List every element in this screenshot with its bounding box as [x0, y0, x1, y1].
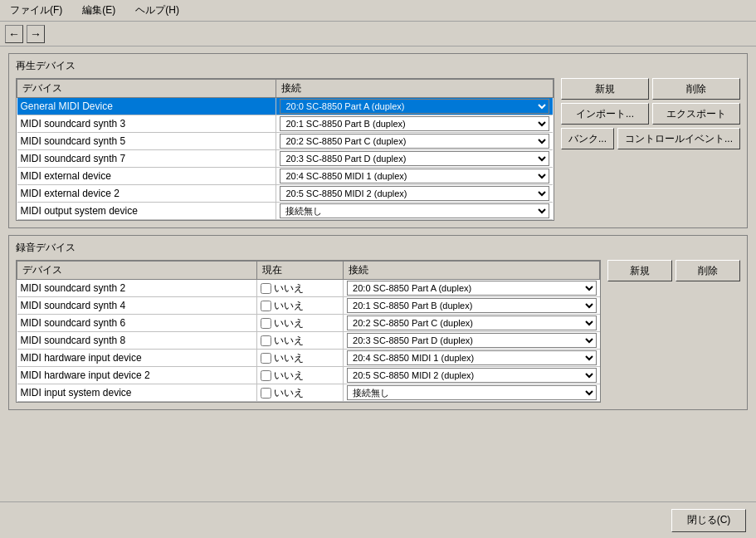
recording-current-checkbox[interactable] [261, 318, 271, 329]
playback-connection-cell[interactable]: 接続無し20:0 SC-8850 Part A (duplex)20:1 SC-… [276, 203, 554, 220]
recording-table-area: デバイス 現在 接続 MIDI soundcard synth 2いいえ接続無し… [16, 260, 740, 403]
playback-bank-button[interactable]: バンク... [561, 128, 614, 149]
recording-col-current: 現在 [257, 262, 344, 280]
playback-table-row[interactable]: General MIDI Device接続無し20:0 SC-8850 Part… [17, 98, 554, 115]
recording-current-checkbox[interactable] [261, 353, 271, 364]
recording-connection-cell[interactable]: 接続無し20:0 SC-8850 Part A (duplex)20:1 SC-… [344, 350, 600, 367]
playback-table-row[interactable]: MIDI external device接続無し20:0 SC-8850 Par… [17, 168, 554, 185]
recording-table-row[interactable]: MIDI hardware input device 2いいえ接続無し20:0 … [17, 367, 600, 384]
back-button[interactable]: ← [5, 25, 23, 43]
main-content: 再生デバイス デバイス 接続 General MIDI Device接続無し20… [0, 46, 756, 417]
recording-current-cell[interactable]: いいえ [257, 297, 344, 315]
recording-current-checkbox[interactable] [261, 301, 271, 311]
recording-table-row[interactable]: MIDI soundcard synth 2いいえ接続無し20:0 SC-885… [17, 280, 600, 297]
forward-button[interactable]: → [27, 25, 45, 43]
playback-connection-select[interactable]: 接続無し20:0 SC-8850 Part A (duplex)20:1 SC-… [280, 99, 549, 114]
playback-delete-button[interactable]: 削除 [652, 78, 740, 100]
recording-table-row[interactable]: MIDI hardware input deviceいいえ接続無し20:0 SC… [17, 350, 600, 367]
recording-current-cell[interactable]: いいえ [257, 332, 344, 350]
playback-device-cell: MIDI external device [17, 168, 276, 185]
playback-table: デバイス 接続 General MIDI Device接続無し20:0 SC-8… [17, 79, 554, 220]
recording-device-cell: MIDI soundcard synth 2 [17, 280, 257, 297]
recording-connection-cell[interactable]: 接続無し20:0 SC-8850 Part A (duplex)20:1 SC-… [344, 297, 600, 315]
recording-device-cell: MIDI hardware input device [17, 350, 257, 367]
recording-device-cell: MIDI input system device [17, 384, 257, 402]
playback-connection-select[interactable]: 接続無し20:0 SC-8850 Part A (duplex)20:1 SC-… [280, 169, 549, 183]
playback-section: 再生デバイス デバイス 接続 General MIDI Device接続無し20… [8, 53, 748, 228]
recording-connection-cell[interactable]: 接続無し20:0 SC-8850 Part A (duplex)20:1 SC-… [344, 384, 600, 402]
recording-current-checkbox[interactable] [261, 335, 271, 346]
recording-connection-select[interactable]: 接続無し20:0 SC-8850 Part A (duplex)20:1 SC-… [347, 385, 596, 400]
playback-connection-select[interactable]: 接続無し20:0 SC-8850 Part A (duplex)20:1 SC-… [280, 186, 549, 201]
playback-table-row[interactable]: MIDI output system device接続無し20:0 SC-885… [17, 203, 554, 220]
recording-connection-cell[interactable]: 接続無し20:0 SC-8850 Part A (duplex)20:1 SC-… [344, 280, 600, 297]
recording-title: 録音デバイス [16, 241, 740, 255]
recording-connection-cell[interactable]: 接続無し20:0 SC-8850 Part A (duplex)20:1 SC-… [344, 332, 600, 350]
recording-table-row[interactable]: MIDI soundcard synth 6いいえ接続無し20:0 SC-885… [17, 315, 600, 332]
recording-connection-select[interactable]: 接続無し20:0 SC-8850 Part A (duplex)20:1 SC-… [347, 333, 596, 348]
recording-connection-select[interactable]: 接続無し20:0 SC-8850 Part A (duplex)20:1 SC-… [347, 368, 596, 383]
playback-btn-row-1: 新規 削除 [561, 78, 740, 100]
playback-device-cell: MIDI soundcard synth 7 [17, 150, 276, 168]
playback-connection-cell[interactable]: 接続無し20:0 SC-8850 Part A (duplex)20:1 SC-… [276, 168, 554, 185]
playback-button-panel: 新規 削除 インポート... エクスポート バンク... コントロールイベント.… [561, 78, 740, 221]
playback-table-area: デバイス 接続 General MIDI Device接続無し20:0 SC-8… [16, 78, 740, 221]
playback-table-row[interactable]: MIDI soundcard synth 3接続無し20:0 SC-8850 P… [17, 115, 554, 133]
recording-current-checkbox[interactable] [261, 283, 271, 294]
playback-connection-select[interactable]: 接続無し20:0 SC-8850 Part A (duplex)20:1 SC-… [280, 116, 549, 131]
recording-current-cell[interactable]: いいえ [257, 367, 344, 384]
playback-device-cell: General MIDI Device [17, 98, 276, 115]
recording-current-checkbox[interactable] [261, 388, 271, 399]
playback-title: 再生デバイス [16, 59, 740, 73]
playback-connection-cell[interactable]: 接続無し20:0 SC-8850 Part A (duplex)20:1 SC-… [276, 185, 554, 203]
playback-device-cell: MIDI soundcard synth 5 [17, 133, 276, 150]
recording-current-cell[interactable]: いいえ [257, 315, 344, 332]
playback-connection-select[interactable]: 接続無し20:0 SC-8850 Part A (duplex)20:1 SC-… [280, 151, 549, 166]
playback-device-cell: MIDI output system device [17, 203, 276, 220]
recording-col-device: デバイス [17, 262, 257, 280]
recording-new-button[interactable]: 新規 [607, 260, 672, 281]
menu-help[interactable]: ヘルプ(H) [132, 2, 183, 18]
toolbar: ← → [0, 22, 756, 46]
close-button[interactable]: 閉じる(C) [671, 509, 746, 532]
recording-connection-cell[interactable]: 接続無し20:0 SC-8850 Part A (duplex)20:1 SC-… [344, 367, 600, 384]
playback-export-button[interactable]: エクスポート [652, 103, 740, 125]
recording-current-cell[interactable]: いいえ [257, 280, 344, 297]
playback-table-row[interactable]: MIDI soundcard synth 7接続無し20:0 SC-8850 P… [17, 150, 554, 168]
playback-connection-cell[interactable]: 接続無し20:0 SC-8850 Part A (duplex)20:1 SC-… [276, 133, 554, 150]
playback-btn-row-3: バンク... コントロールイベント... [561, 128, 740, 149]
playback-new-button[interactable]: 新規 [561, 78, 649, 100]
playback-connection-cell[interactable]: 接続無し20:0 SC-8850 Part A (duplex)20:1 SC-… [276, 115, 554, 133]
menu-edit[interactable]: 編集(E) [79, 2, 119, 18]
recording-current-cell[interactable]: いいえ [257, 350, 344, 367]
recording-connection-select[interactable]: 接続無し20:0 SC-8850 Part A (duplex)20:1 SC-… [347, 315, 596, 330]
menubar: ファイル(F) 編集(E) ヘルプ(H) [0, 0, 756, 22]
recording-device-cell: MIDI soundcard synth 6 [17, 315, 257, 332]
recording-delete-button[interactable]: 削除 [676, 260, 740, 281]
recording-connection-select[interactable]: 接続無し20:0 SC-8850 Part A (duplex)20:1 SC-… [347, 298, 596, 313]
playback-table-container: デバイス 接続 General MIDI Device接続無し20:0 SC-8… [16, 78, 554, 221]
recording-connection-select[interactable]: 接続無し20:0 SC-8850 Part A (duplex)20:1 SC-… [347, 281, 596, 296]
playback-connection-cell[interactable]: 接続無し20:0 SC-8850 Part A (duplex)20:1 SC-… [276, 150, 554, 168]
playback-table-row[interactable]: MIDI external device 2接続無し20:0 SC-8850 P… [17, 185, 554, 203]
playback-table-row[interactable]: MIDI soundcard synth 5接続無し20:0 SC-8850 P… [17, 133, 554, 150]
playback-connection-cell[interactable]: 接続無し20:0 SC-8850 Part A (duplex)20:1 SC-… [276, 98, 554, 115]
recording-current-checkbox[interactable] [261, 370, 271, 381]
recording-connection-cell[interactable]: 接続無し20:0 SC-8850 Part A (duplex)20:1 SC-… [344, 315, 600, 332]
recording-table-row[interactable]: MIDI soundcard synth 8いいえ接続無し20:0 SC-885… [17, 332, 600, 350]
recording-table-row[interactable]: MIDI input system deviceいいえ接続無し20:0 SC-8… [17, 384, 600, 402]
playback-device-cell: MIDI soundcard synth 3 [17, 115, 276, 133]
menu-file[interactable]: ファイル(F) [7, 2, 66, 18]
recording-device-cell: MIDI hardware input device 2 [17, 367, 257, 384]
playback-control-event-button[interactable]: コントロールイベント... [617, 128, 740, 149]
recording-col-connection: 接続 [344, 262, 600, 280]
recording-table-container: デバイス 現在 接続 MIDI soundcard synth 2いいえ接続無し… [16, 260, 601, 403]
recording-current-cell[interactable]: いいえ [257, 384, 344, 402]
recording-connection-select[interactable]: 接続無し20:0 SC-8850 Part A (duplex)20:1 SC-… [347, 350, 596, 365]
playback-connection-select[interactable]: 接続無し20:0 SC-8850 Part A (duplex)20:1 SC-… [280, 203, 549, 218]
playback-import-button[interactable]: インポート... [561, 103, 649, 125]
recording-section: 録音デバイス デバイス 現在 接続 MIDI soundcard synth 2… [8, 235, 748, 410]
playback-col-device: デバイス [17, 80, 276, 98]
recording-table-row[interactable]: MIDI soundcard synth 4いいえ接続無し20:0 SC-885… [17, 297, 600, 315]
playback-connection-select[interactable]: 接続無し20:0 SC-8850 Part A (duplex)20:1 SC-… [280, 134, 549, 149]
